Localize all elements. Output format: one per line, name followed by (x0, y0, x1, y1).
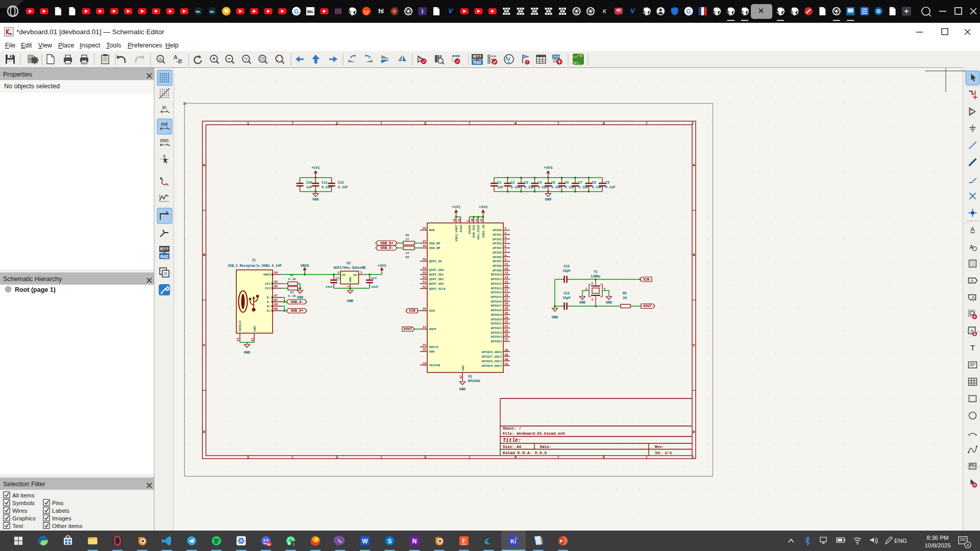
svg-text:VREG_VOUT: VREG_VOUT (455, 225, 458, 242)
svg-text:NCP1700x-330xxMB: NCP1700x-330xxMB (334, 266, 366, 270)
svg-text:SWCLK: SWCLK (429, 345, 438, 349)
svg-text:6: 6 (505, 244, 507, 248)
svg-text:1uF: 1uF (497, 186, 503, 189)
svg-text:C8: C8 (592, 181, 596, 185)
svg-text:G: G (686, 8, 691, 15)
svg-text:GPIO14: GPIO14 (491, 291, 502, 294)
svg-text:USB_D+: USB_D+ (290, 309, 303, 313)
svg-text:USB_VDD: USB_VDD (472, 225, 476, 238)
svg-text:GPIO2: GPIO2 (493, 238, 502, 241)
svg-text:A: A (174, 54, 178, 60)
svg-text:R4: R4 (405, 256, 409, 259)
svg-text:2: 2 (336, 455, 338, 459)
svg-text:4: 4 (514, 121, 517, 126)
svg-text:1: 1 (347, 285, 350, 287)
svg-text:GND: GND (347, 299, 354, 303)
svg-text:GPIO13: GPIO13 (491, 287, 502, 290)
svg-text:2: 2 (336, 121, 338, 126)
svg-text:A4: A4 (274, 271, 278, 274)
svg-text:5.1K: 5.1K (288, 294, 296, 298)
svg-text:1: 1 (293, 542, 295, 546)
svg-text:QSPI_SD3: QSPI_SD3 (429, 282, 444, 286)
svg-text:52: 52 (423, 285, 426, 289)
svg-text:Text: Text (12, 523, 23, 529)
svg-text:R5: R5 (623, 292, 627, 295)
svg-text:+3V3: +3V3 (479, 205, 487, 209)
svg-text:D: D (203, 430, 206, 434)
svg-text:QSPI_SS: QSPI_SS (429, 260, 443, 263)
svg-text:GPIO24: GPIO24 (491, 335, 502, 339)
svg-text:A: A (971, 295, 974, 300)
svg-text:0.1uF: 0.1uF (511, 186, 521, 189)
svg-text:3: 3 (505, 231, 507, 235)
svg-text:A: A (203, 163, 206, 167)
svg-text:51: 51 (423, 280, 426, 284)
svg-text:GPIO7: GPIO7 (493, 260, 502, 263)
svg-text:37: 37 (505, 338, 508, 341)
svg-text:Schematic Hierarchy: Schematic Hierarchy (3, 276, 62, 283)
svg-text:C6: C6 (565, 181, 569, 185)
svg-text:0.1uF: 0.1uF (605, 186, 616, 189)
svg-text:D+: D+ (267, 305, 271, 308)
svg-text:B6: B6 (274, 307, 278, 311)
svg-text:GPIO4: GPIO4 (493, 246, 502, 250)
svg-text:40: 40 (505, 358, 508, 361)
svg-text:S: S (387, 538, 391, 545)
svg-text:Inspect: Inspect (80, 42, 101, 49)
svg-text:12MHz: 12MHz (591, 275, 601, 279)
svg-text:C: C (203, 343, 206, 347)
svg-text:D-: D- (267, 296, 271, 299)
svg-text:36: 36 (505, 333, 508, 337)
svg-text:TESTEN: TESTEN (429, 364, 440, 367)
svg-text:SK.: SK. (195, 10, 201, 13)
svg-text:Date:: Date: (540, 445, 552, 449)
svg-text:GPIO16: GPIO16 (491, 300, 502, 304)
svg-text:46: 46 (423, 244, 426, 248)
svg-text:GND: GND (244, 350, 251, 355)
svg-text:U1: U1 (468, 375, 472, 379)
svg-text:GND: GND (461, 365, 465, 371)
svg-text:FUS: FUS (462, 543, 466, 545)
svg-text:A1: A1 (251, 338, 254, 341)
svg-text:C2: C2 (511, 181, 515, 185)
svg-text:GND: GND (606, 300, 612, 305)
svg-text:Place: Place (58, 42, 74, 49)
svg-text:0.1uF: 0.1uF (538, 186, 548, 189)
svg-text:QSPI_SCLK: QSPI_SCLK (429, 287, 446, 291)
svg-text:KiCad E.D.A. 9.0.5: KiCad E.D.A. 9.0.5 (503, 450, 547, 455)
svg-text:GND: GND (579, 300, 586, 305)
svg-text:53: 53 (423, 266, 426, 270)
svg-text:GPIO28_ADC2: GPIO28_ADC2 (481, 360, 502, 363)
svg-text:A: A (970, 226, 974, 233)
svg-text:C15: C15 (564, 265, 570, 268)
svg-text:File: File (5, 42, 15, 49)
svg-text:Preferences: Preferences (128, 42, 162, 49)
svg-text:25: 25 (423, 348, 426, 352)
svg-text:GPIO25: GPIO25 (491, 340, 502, 343)
svg-text:19: 19 (423, 362, 426, 365)
svg-text:VBUS: VBUS (263, 273, 271, 277)
svg-text:0.1uF: 0.1uF (551, 186, 561, 189)
svg-text:39: 39 (505, 353, 508, 357)
svg-text:C: C (693, 343, 695, 347)
svg-text:*devboard.01 [devboard.01] — S: *devboard.01 [devboard.01] — Schematic E… (16, 28, 164, 36)
svg-text:4: 4 (505, 236, 507, 239)
svg-text:1uF: 1uF (306, 186, 312, 189)
svg-text:3: 3 (360, 271, 362, 274)
svg-text:0.1uF: 0.1uF (578, 186, 589, 189)
svg-text:Pins: Pins (52, 500, 64, 506)
svg-text:GPIO15: GPIO15 (491, 295, 502, 299)
svg-text:CC2: CC2 (265, 287, 271, 290)
svg-text:GPIO12: GPIO12 (491, 282, 502, 286)
svg-text:GPIO8: GPIO8 (493, 264, 502, 268)
svg-text:10uF: 10uF (326, 285, 333, 289)
svg-text:0.1uF: 0.1uF (592, 186, 602, 189)
svg-text:View: View (38, 42, 53, 49)
svg-text:GPIO26_ADC0: GPIO26_ADC0 (481, 350, 502, 354)
svg-text:SK.: SK. (210, 10, 215, 13)
svg-text:XOUT: XOUT (643, 304, 652, 308)
svg-text:15pF: 15pF (562, 296, 571, 300)
svg-text:Tools: Tools (106, 42, 121, 49)
svg-text:14: 14 (505, 276, 508, 279)
svg-text:RP2040: RP2040 (468, 380, 480, 383)
